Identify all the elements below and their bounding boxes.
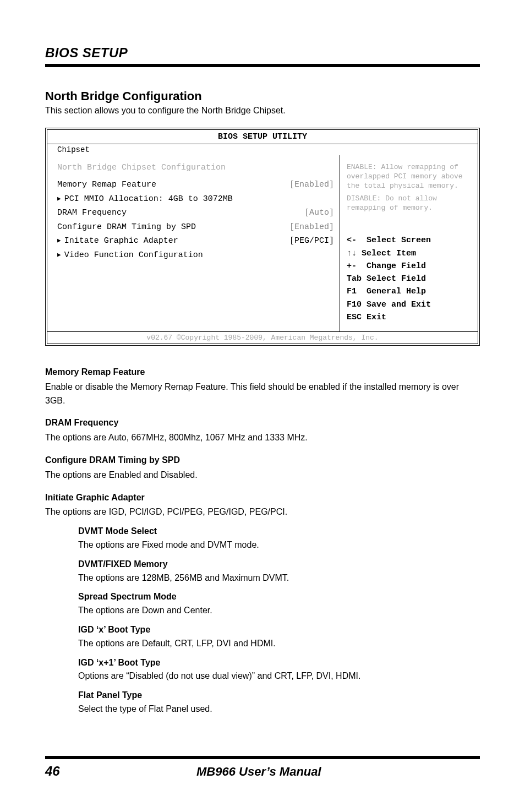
- bios-item-label: PCI MMIO Allocation: 4GB to 3072MB: [64, 192, 233, 206]
- def-sub-body: The options are Fixed mode and DVMT mode…: [78, 538, 480, 552]
- bios-footer-copyright: v02.67 ©Copyright 1985-2009, American Me…: [47, 331, 478, 344]
- bios-key-help: <- Select Screen ↑↓ Select Item +- Chang…: [347, 234, 471, 324]
- def-body: The options are IGD, PCI/IGD, PCI/PEG, P…: [45, 505, 480, 519]
- def-sub-title: IGD ‘x’ Boot Type: [78, 623, 480, 637]
- bios-tabs: Chipset: [47, 144, 478, 155]
- def-sub-body: Options are “Disabled (do not use dual v…: [78, 669, 480, 683]
- def-sub-title: Spread Spectrum Mode: [78, 590, 480, 604]
- bios-item-pci-mmio[interactable]: ▶ PCI MMIO Allocation: 4GB to 3072MB: [57, 192, 334, 206]
- bios-left-heading: North Bridge Chipset Configuration: [57, 163, 334, 172]
- bios-item-label: Initate Graphic Adapter: [64, 234, 286, 248]
- page-header-title: BIOS SETUP: [45, 45, 480, 61]
- bios-item-dram-spd[interactable]: Configure DRAM Timing by SPD [Enabled]: [57, 220, 334, 235]
- help-general-help: F1 General Help: [347, 285, 471, 298]
- section-subtitle: This section allows you to configure the…: [45, 106, 480, 116]
- bios-left-pane: North Bridge Chipset Configuration Memor…: [47, 155, 340, 331]
- def-sub-body: The options are 128MB, 256MB and Maximum…: [78, 571, 480, 585]
- def-body: The options are Enabled and Disabled.: [45, 468, 480, 482]
- def-sub-title: IGD ‘x+1’ Boot Type: [78, 656, 480, 670]
- bios-item-dram-freq[interactable]: DRAM Frequency [Auto]: [57, 206, 334, 220]
- page-footer: 46 MB966 User’s Manual: [0, 756, 525, 779]
- page-number: 46: [45, 764, 60, 779]
- def-sub-title: Flat Panel Type: [78, 689, 480, 702]
- def-title: Configure DRAM Timing by SPD: [45, 454, 480, 467]
- bios-item-memory-remap[interactable]: Memory Remap Feature [Enabled]: [57, 178, 334, 192]
- def-sub-title: DVMT Mode Select: [78, 525, 480, 538]
- triangle-right-icon: ▶: [57, 236, 61, 246]
- def-sub-body: The options are Default, CRT, LFP, DVI a…: [78, 637, 480, 651]
- triangle-right-icon: ▶: [57, 194, 61, 204]
- footer-rule: [45, 756, 480, 759]
- help-select-item: ↑↓ Select Item: [347, 247, 471, 260]
- def-body: The options are Auto, 667MHz, 800Mhz, 10…: [45, 431, 480, 445]
- def-title: Initiate Graphic Adapter: [45, 491, 480, 505]
- bios-item-value: [Auto]: [304, 206, 334, 220]
- bios-help-hint-top: ENABLE: Allow remapping of overlapped PC…: [347, 163, 471, 191]
- help-esc-exit: ESC Exit: [347, 311, 471, 324]
- def-sub-body: The options are Down and Center.: [78, 604, 480, 618]
- nested-definitions: DVMT Mode Select The options are Fixed m…: [45, 525, 480, 716]
- section-title: North Bridge Configuration: [45, 89, 480, 103]
- def-body: Enable or disable the Memory Remap Featu…: [45, 380, 480, 408]
- def-title: Memory Remap Feature: [45, 366, 480, 379]
- bios-help-hint-bottom: DISABLE: Do not allow remapping of memor…: [347, 194, 471, 213]
- def-sub-title: DVMT/FIXED Memory: [78, 558, 480, 571]
- bios-item-initiate-graphic[interactable]: ▶ Initate Graphic Adapter [PEG/PCI]: [57, 234, 334, 248]
- def-title: DRAM Frequency: [45, 416, 480, 430]
- triangle-right-icon: ▶: [57, 250, 61, 260]
- bios-body: North Bridge Chipset Configuration Memor…: [47, 155, 478, 331]
- bios-box: BIOS SETUP UTILITY Chipset North Bridge …: [45, 128, 480, 346]
- header-rule: [45, 64, 480, 67]
- bios-item-label: Memory Remap Feature: [57, 178, 156, 192]
- bios-item-video-func[interactable]: ▶ Video Function Configuration: [57, 248, 334, 263]
- help-save-exit: F10 Save and Exit: [347, 298, 471, 311]
- bios-item-label: DRAM Frequency: [57, 206, 127, 220]
- help-select-screen: <- Select Screen: [347, 234, 471, 247]
- bios-item-label: Configure DRAM Timing by SPD: [57, 220, 196, 235]
- bios-item-label: Video Function Configuration: [64, 248, 203, 263]
- help-change-field: +- Change Field: [347, 260, 471, 273]
- bios-title: BIOS SETUP UTILITY: [47, 130, 478, 144]
- bios-item-value: [PEG/PCI]: [289, 234, 334, 248]
- footer-manual-title: MB966 User’s Manual: [196, 765, 321, 779]
- help-tab-select: Tab Select Field: [347, 273, 471, 285]
- bios-tab-chipset[interactable]: Chipset: [57, 145, 90, 154]
- def-sub-body: Select the type of Flat Panel used.: [78, 702, 480, 716]
- definitions: Memory Remap Feature Enable or disable t…: [45, 366, 480, 716]
- bios-item-value: [Enabled]: [289, 220, 334, 235]
- bios-item-value: [Enabled]: [289, 178, 334, 192]
- bios-right-pane: ENABLE: Allow remapping of overlapped PC…: [340, 155, 478, 331]
